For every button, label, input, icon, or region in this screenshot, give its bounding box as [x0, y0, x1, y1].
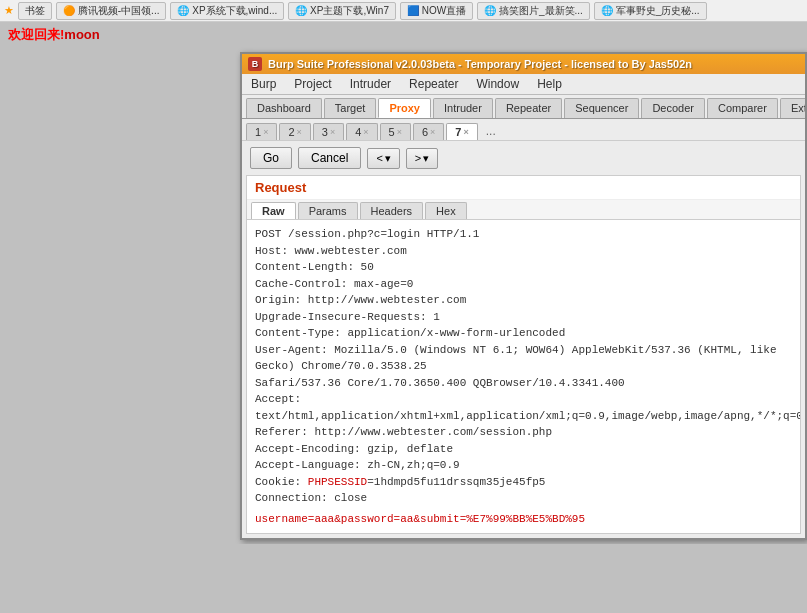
- main-tab-bar: Dashboard Target Proxy Intruder Repeater…: [242, 95, 805, 119]
- num-tab-6[interactable]: 6 ×: [413, 123, 444, 140]
- toolbar-row: Go Cancel < ▾ > ▾: [242, 141, 805, 175]
- phpsessid-highlight: PHPSESSID: [308, 476, 367, 488]
- request-line-6: Upgrade-Insecure-Requests: 1: [255, 309, 792, 326]
- burp-titlebar: B Burp Suite Professional v2.0.03beta - …: [242, 54, 805, 74]
- cookie-value: =1hdmpd5fu11drssqm35je45fp5: [367, 476, 545, 488]
- browser-tab-xp2[interactable]: 🌐 XP主题下载,Win7: [288, 2, 396, 20]
- tab-comparer[interactable]: Comparer: [707, 98, 778, 118]
- browser-tab-bookmarks[interactable]: 书签: [18, 2, 52, 20]
- browser-tab-history[interactable]: 🌐 军事野史_历史秘...: [594, 2, 707, 20]
- chevron-down-icon-next: ▾: [423, 152, 429, 165]
- num-tab-7[interactable]: 7 ×: [446, 123, 477, 140]
- burp-title: Burp Suite Professional v2.0.03beta - Te…: [268, 58, 692, 70]
- tab-repeater[interactable]: Repeater: [495, 98, 562, 118]
- request-line-10: Accept: text/html,application/xhtml+xml,…: [255, 391, 792, 424]
- request-header: Request: [247, 176, 800, 200]
- request-line-8: User-Agent: Mozilla/5.0 (Windows NT 6.1;…: [255, 342, 792, 375]
- sub-tab-params[interactable]: Params: [298, 202, 358, 219]
- tab-intruder[interactable]: Intruder: [433, 98, 493, 118]
- num-tab-more[interactable]: ...: [480, 122, 502, 140]
- num-tab-3[interactable]: 3 ×: [313, 123, 344, 140]
- sub-tab-bar: Raw Params Headers Hex: [247, 200, 800, 220]
- tab-proxy[interactable]: Proxy: [378, 98, 431, 118]
- tab-dashboard[interactable]: Dashboard: [246, 98, 322, 118]
- menu-window[interactable]: Window: [473, 76, 522, 92]
- submit-line: username=aaa&password=aa&submit=%E7%99%B…: [255, 511, 792, 528]
- request-line-15: Connection: close: [255, 490, 792, 507]
- request-line-4: Cache-Control: max-age=0: [255, 276, 792, 293]
- welcome-prefix: 欢迎回来!: [8, 27, 64, 42]
- request-section: Request Raw Params Headers Hex POST /ses…: [246, 175, 801, 534]
- chevron-left-icon: <: [376, 152, 382, 164]
- sub-tab-raw[interactable]: Raw: [251, 202, 296, 219]
- request-line-11: Referer: http://www.webtester.com/sessio…: [255, 424, 792, 441]
- request-line-2: Host: www.webtester.com: [255, 243, 792, 260]
- cookie-label: Cookie:: [255, 476, 308, 488]
- sub-tab-hex[interactable]: Hex: [425, 202, 467, 219]
- burp-logo: B: [248, 57, 262, 71]
- num-tab-2[interactable]: 2 ×: [279, 123, 310, 140]
- menu-burp[interactable]: Burp: [248, 76, 279, 92]
- request-line-14: Cookie: PHPSESSID=1hdmpd5fu11drssqm35je4…: [255, 474, 792, 491]
- menu-help[interactable]: Help: [534, 76, 565, 92]
- menu-bar: Burp Project Intruder Repeater Window He…: [242, 74, 805, 95]
- request-content-area[interactable]: POST /session.php?c=login HTTP/1.1 Host:…: [247, 220, 800, 533]
- go-button[interactable]: Go: [250, 147, 292, 169]
- browser-tab-tencent[interactable]: 🟠 腾讯视频-中国领...: [56, 2, 166, 20]
- num-tab-1[interactable]: 1 ×: [246, 123, 277, 140]
- tab-sequencer[interactable]: Sequencer: [564, 98, 639, 118]
- chevron-down-icon-prev: ▾: [385, 152, 391, 165]
- menu-repeater[interactable]: Repeater: [406, 76, 461, 92]
- tab-target[interactable]: Target: [324, 98, 377, 118]
- browser-tab-jokes[interactable]: 🌐 搞笑图片_最新笑...: [477, 2, 590, 20]
- welcome-banner: 欢迎回来!moon: [0, 22, 807, 48]
- request-label: Request: [255, 180, 306, 195]
- browser-tab-now[interactable]: 🟦 NOW直播: [400, 2, 473, 20]
- request-line-13: Accept-Language: zh-CN,zh;q=0.9: [255, 457, 792, 474]
- request-line-9: Safari/537.36 Core/1.70.3650.400 QQBrows…: [255, 375, 792, 392]
- browser-tab-bar: ★ 书签 🟠 腾讯视频-中国领... 🌐 XP系统下载,wind... 🌐 XP…: [0, 0, 807, 22]
- num-tab-bar: 1 × 2 × 3 × 4 × 5 × 6 × 7 × ...: [242, 119, 805, 141]
- num-tab-4[interactable]: 4 ×: [346, 123, 377, 140]
- welcome-username: moon: [64, 27, 99, 42]
- menu-intruder[interactable]: Intruder: [347, 76, 394, 92]
- tab-decoder[interactable]: Decoder: [641, 98, 705, 118]
- chevron-right-icon: >: [415, 152, 421, 164]
- star-icon: ★: [4, 4, 14, 17]
- request-line-1: POST /session.php?c=login HTTP/1.1: [255, 226, 792, 243]
- request-line-7: Content-Type: application/x-www-form-url…: [255, 325, 792, 342]
- menu-project[interactable]: Project: [291, 76, 334, 92]
- request-line-3: Content-Length: 50: [255, 259, 792, 276]
- prev-button[interactable]: < ▾: [367, 148, 399, 169]
- sub-tab-headers[interactable]: Headers: [360, 202, 424, 219]
- next-button[interactable]: > ▾: [406, 148, 438, 169]
- request-line-5: Origin: http://www.webtester.com: [255, 292, 792, 309]
- burp-window: B Burp Suite Professional v2.0.03beta - …: [240, 52, 807, 540]
- browser-tab-xp1[interactable]: 🌐 XP系统下载,wind...: [170, 2, 284, 20]
- request-line-12: Accept-Encoding: gzip, deflate: [255, 441, 792, 458]
- num-tab-5[interactable]: 5 ×: [380, 123, 411, 140]
- cancel-button[interactable]: Cancel: [298, 147, 361, 169]
- tab-extender[interactable]: Extender: [780, 98, 805, 118]
